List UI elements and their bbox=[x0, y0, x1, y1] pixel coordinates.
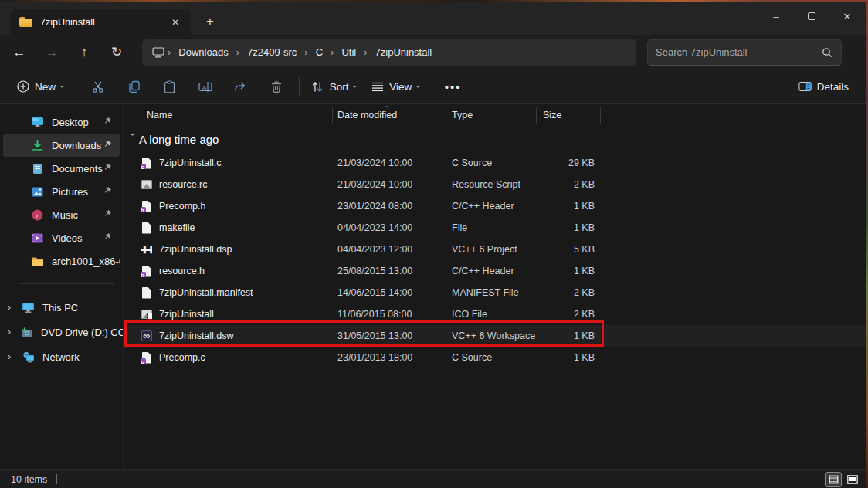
paste-button[interactable] bbox=[157, 73, 183, 100]
back-button[interactable]: ← bbox=[6, 40, 32, 65]
sidebar-item-documents[interactable]: Documents bbox=[3, 157, 120, 180]
chevron-right-icon[interactable]: › bbox=[8, 302, 22, 313]
group-header[interactable]: › A long time ago bbox=[124, 126, 868, 152]
details-view-button[interactable] bbox=[826, 473, 841, 486]
column-header-type[interactable]: Type bbox=[452, 104, 473, 126]
svg-text:♪: ♪ bbox=[36, 211, 39, 219]
file-name: Precomp.c bbox=[159, 352, 205, 363]
sidebar-item-desktop[interactable]: Desktop bbox=[3, 110, 120, 134]
header-file-icon: h bbox=[141, 200, 152, 212]
c-source-file-icon: c bbox=[141, 157, 152, 169]
file-rows: c7zipUninstall.c 21/03/2024 10:00 C Sour… bbox=[124, 152, 868, 368]
delete-button[interactable] bbox=[263, 73, 290, 100]
breadcrumb-item-c[interactable]: C bbox=[311, 46, 327, 58]
sidebar-item-music[interactable]: ♪ Music bbox=[3, 203, 120, 226]
sidebar-item-videos[interactable]: Videos bbox=[3, 226, 120, 249]
up-button[interactable]: ↑ bbox=[71, 40, 97, 65]
breadcrumb-item-7z2409-src[interactable]: 7z2409-src bbox=[242, 46, 301, 58]
sidebar-item-pictures[interactable]: Pictures bbox=[3, 180, 120, 203]
large-icons-view-button[interactable] bbox=[845, 473, 860, 486]
file-row-7zipuninstall-manifest[interactable]: 7zipUninstall.manifest 14/06/2015 14:00 … bbox=[124, 282, 868, 303]
file-row-resource-h[interactable]: hresource.h 25/08/2015 13:00 C/C++ Heade… bbox=[124, 260, 868, 282]
chevron-right-icon[interactable]: › bbox=[8, 327, 20, 337]
chevron-down-icon: › bbox=[414, 85, 423, 88]
column-divider[interactable] bbox=[536, 107, 537, 124]
vcpp-workspace-file-icon: ∞ bbox=[141, 330, 152, 342]
file-date: 25/08/2015 13:00 bbox=[337, 266, 452, 276]
file-size: 2 KB bbox=[537, 179, 595, 190]
search-input[interactable] bbox=[656, 46, 820, 58]
file-row-makefile[interactable]: makefile 04/04/2023 14:00 File 1 KB bbox=[124, 217, 868, 239]
file-date: 14/06/2015 14:00 bbox=[337, 287, 452, 298]
file-date: 11/06/2015 08:00 bbox=[337, 309, 452, 320]
explorer-tab[interactable]: 7zipUninstall ✕ bbox=[10, 9, 191, 35]
file-row-7zipuninstall-dsp[interactable]: ✚✚7zipUninstall.dsp 04/04/2023 12:00 VC+… bbox=[124, 239, 868, 260]
music-icon: ♪ bbox=[31, 209, 44, 221]
view-icon bbox=[371, 81, 384, 93]
pin-icon bbox=[103, 232, 112, 241]
chevron-expanded-icon: › bbox=[127, 133, 138, 145]
details-pane-button[interactable]: Details bbox=[792, 73, 856, 100]
column-divider[interactable] bbox=[600, 107, 601, 124]
column-headers: Name Date modified › Type Size bbox=[124, 104, 868, 126]
file-size: 29 KB bbox=[537, 158, 595, 168]
file-date: 21/03/2024 10:00 bbox=[337, 179, 452, 190]
cut-button[interactable] bbox=[86, 73, 112, 100]
sidebar-item-label: DVD Drive (D:) CCC bbox=[41, 327, 123, 338]
c-source-file-icon: c bbox=[141, 351, 152, 364]
column-header-name[interactable]: Name bbox=[147, 104, 172, 126]
toolbar-divider bbox=[299, 77, 300, 96]
file-row-resource-rc[interactable]: resource.rc 21/03/2024 10:00 Resource Sc… bbox=[124, 174, 868, 195]
share-button[interactable] bbox=[228, 73, 254, 100]
file-row-7zipuninstall-ico[interactable]: ✕7zipUninstall 11/06/2015 08:00 ICO File… bbox=[124, 303, 868, 325]
search-icon bbox=[820, 46, 833, 58]
search-box[interactable] bbox=[647, 39, 842, 66]
sidebar-item-label: Downloads bbox=[52, 140, 101, 151]
file-list-pane: Name Date modified › Type Size › A long … bbox=[124, 104, 868, 469]
rename-button[interactable]: A bbox=[192, 73, 219, 100]
new-tab-button[interactable]: + bbox=[198, 11, 222, 32]
item-count: 10 items bbox=[11, 474, 47, 485]
file-row-precomp-c[interactable]: cPrecomp.c 23/01/2013 18:00 C Source 1 K… bbox=[124, 347, 868, 368]
breadcrumb-item-downloads[interactable]: Downloads bbox=[174, 46, 232, 58]
sidebar-item-label: This PC bbox=[42, 302, 78, 313]
file-size: 5 KB bbox=[537, 244, 595, 255]
file-row-7zipuninstall-dsw[interactable]: ∞7zipUninstall.dsw 31/05/2015 13:00 VC++… bbox=[124, 325, 868, 347]
tab-title: 7zipUninstall bbox=[40, 17, 166, 28]
column-divider[interactable] bbox=[332, 107, 333, 124]
window-controls: – ✕ bbox=[758, 2, 865, 32]
sidebar-item-arch1001-folder[interactable]: arch1001_x86-64_as bbox=[3, 249, 120, 273]
tab-close-icon[interactable]: ✕ bbox=[166, 13, 185, 32]
see-more-button[interactable]: ••• bbox=[445, 80, 462, 93]
chevron-right-icon[interactable]: › bbox=[8, 351, 22, 362]
breadcrumb[interactable]: › Downloads › 7z2409-src › C › Util › 7z… bbox=[142, 39, 636, 66]
close-button[interactable]: ✕ bbox=[829, 2, 865, 31]
status-divider bbox=[56, 474, 57, 484]
vcpp-project-file-icon: ✚✚ bbox=[141, 243, 152, 256]
file-name: 7zipUninstall bbox=[159, 309, 214, 320]
sidebar-item-dvd-drive[interactable]: › DVD Drive (D:) CCC bbox=[0, 320, 123, 344]
breadcrumb-item-7zipuninstall[interactable]: 7zipUninstall bbox=[371, 46, 437, 58]
maximize-button[interactable] bbox=[794, 2, 829, 31]
view-button[interactable]: View › bbox=[364, 73, 427, 100]
file-row-precomp-h[interactable]: hPrecomp.h 23/01/2024 08:00 C/C++ Header… bbox=[124, 195, 868, 217]
file-name: makefile bbox=[159, 222, 195, 233]
minimize-button[interactable]: – bbox=[758, 2, 794, 31]
file-row-7zipuninstall-c[interactable]: c7zipUninstall.c 21/03/2024 10:00 C Sour… bbox=[124, 152, 868, 174]
breadcrumb-separator: › bbox=[233, 46, 242, 58]
pin-icon bbox=[103, 163, 112, 171]
sidebar-item-downloads[interactable]: Downloads bbox=[3, 134, 120, 157]
column-divider[interactable] bbox=[446, 107, 446, 124]
file-type: C/C++ Header bbox=[452, 266, 537, 276]
refresh-button[interactable]: ↻ bbox=[103, 40, 130, 65]
copy-button[interactable] bbox=[121, 73, 147, 100]
forward-button[interactable]: → bbox=[39, 40, 65, 65]
column-header-size[interactable]: Size bbox=[543, 104, 561, 126]
file-type: File bbox=[452, 222, 537, 233]
new-button[interactable]: New › bbox=[9, 73, 71, 100]
sort-button[interactable]: Sort › bbox=[304, 73, 364, 100]
file-date: 31/05/2015 13:00 bbox=[337, 330, 452, 341]
sidebar-item-this-pc[interactable]: › This PC bbox=[0, 295, 123, 320]
breadcrumb-item-util[interactable]: Util bbox=[337, 46, 361, 58]
sidebar-item-network[interactable]: › Network bbox=[0, 344, 123, 369]
